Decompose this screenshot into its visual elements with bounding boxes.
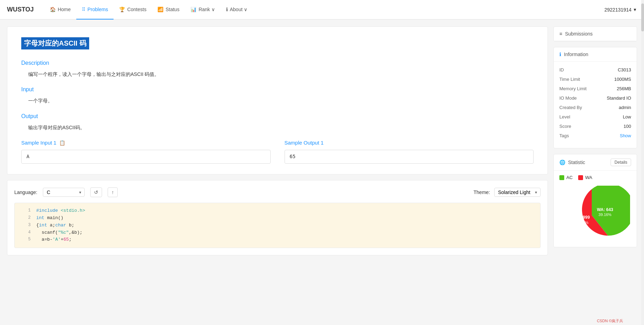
iomode-label: IO Mode	[559, 95, 577, 101]
statistic-header: 🌐 Statistic Details	[554, 154, 637, 171]
output-title: Output	[21, 113, 534, 119]
problem-card: 字母对应的ASCII 码 Description 编写一个程序，读入一个字母，输…	[7, 26, 548, 175]
copy-input-icon[interactable]: 📋	[59, 140, 65, 146]
sample-output-box: 65	[285, 150, 534, 164]
statistic-title: 🌐 Statistic	[559, 160, 585, 165]
information-body: ID C3013 Time Limit 1000MS Memory Limit …	[554, 62, 637, 148]
upload-button[interactable]: ↑	[108, 187, 118, 197]
scrollbar-thumb[interactable]	[641, 3, 644, 31]
nav-item-problems[interactable]: ⠿ Problems	[76, 0, 114, 20]
sample-input-box: A	[21, 150, 271, 164]
rank-icon: 📊	[191, 7, 196, 12]
info-row-memorylimit: Memory Limit 256MB	[559, 86, 631, 91]
sample-input-block: Sample Input 1 📋 A	[21, 140, 271, 164]
info-row-tags: Tags Show	[559, 133, 631, 138]
editor-toolbar: Language: C C++ Java Python3 ↺ ↑ Them	[14, 187, 541, 197]
sample-output-label: Sample Output 1	[285, 140, 324, 146]
timelimit-value: 1000MS	[614, 77, 631, 82]
tags-label: Tags	[559, 133, 569, 138]
memorylimit-label: Memory Limit	[559, 86, 587, 91]
code-line-1: 1 #include <stdio.h>	[15, 207, 540, 215]
info-row-createdby: Created By admin	[559, 105, 631, 110]
ac-label-text: AC: 999	[574, 215, 590, 220]
problem-title: 字母对应的ASCII 码	[21, 37, 89, 49]
info-row-timelimit: Time Limit 1000MS	[559, 77, 631, 82]
home-icon: 🏠	[50, 7, 56, 12]
level-value: Low	[623, 114, 631, 119]
code-line-4: 4 scanf("%c",&b);	[15, 229, 540, 237]
information-header: ℹ Information	[554, 47, 637, 62]
information-icon: ℹ	[559, 52, 561, 57]
page-body: 字母对应的ASCII 码 Description 编写一个程序，读入一个字母，输…	[0, 20, 644, 262]
username: 2922131914	[604, 7, 631, 13]
wa-label-text: WA: 643	[597, 207, 613, 212]
ac-legend-label: AC	[566, 175, 573, 180]
sample-row: Sample Input 1 📋 A Sample Output 1 65	[21, 140, 534, 164]
nav-menu: 🏠 Home ⠿ Problems 🏆 Contests 📶 Status 📊 …	[44, 0, 605, 20]
details-button[interactable]: Details	[611, 158, 631, 166]
user-dropdown-arrow: ▼	[633, 7, 637, 12]
theme-select-wrapper: Solarized Light Default Monokai	[494, 188, 541, 197]
information-card: ℹ Information ID C3013 Time Limit 1000MS…	[553, 47, 637, 148]
theme-label: Theme:	[474, 189, 490, 195]
reset-button[interactable]: ↺	[90, 187, 102, 197]
description-title: Description	[21, 60, 534, 66]
code-line-5: 5 a=b-'A'+65;	[15, 236, 540, 243]
upload-icon: ↑	[111, 189, 114, 195]
nav-item-home[interactable]: 🏠 Home	[44, 0, 76, 20]
pie-chart: AC: 999 60.84% WA: 643 39.16%	[560, 186, 630, 241]
createdby-value: admin	[619, 105, 631, 110]
navbar: WUSTOJ 🏠 Home ⠿ Problems 🏆 Contests 📶 St…	[0, 0, 644, 20]
input-title: Input	[21, 86, 534, 93]
nav-item-about[interactable]: ℹ About ∨	[220, 0, 253, 20]
legend-ac: AC	[559, 175, 573, 180]
submissions-header: ≡ Submissions	[554, 27, 637, 41]
info-row-id: ID C3013	[559, 67, 631, 72]
id-label: ID	[559, 67, 564, 72]
contests-icon: 🏆	[119, 7, 125, 12]
ac-percent-text: 60.84%	[575, 220, 589, 225]
ac-color-box	[559, 175, 564, 180]
status-icon: 📶	[157, 7, 163, 12]
reset-icon: ↺	[94, 189, 98, 195]
tags-value[interactable]: Show	[620, 133, 631, 138]
main-content: 字母对应的ASCII 码 Description 编写一个程序，读入一个字母，输…	[7, 26, 548, 255]
legend: AC WA	[554, 171, 637, 180]
scrollbar-track[interactable]	[641, 0, 644, 262]
problems-icon: ⠿	[82, 7, 85, 12]
language-select-wrapper: C C++ Java Python3	[43, 188, 85, 197]
information-label: Information	[564, 52, 588, 57]
submissions-label: Submissions	[565, 31, 592, 37]
nav-item-contests[interactable]: 🏆 Contests	[114, 0, 152, 20]
sample-output-header: Sample Output 1	[285, 140, 534, 146]
code-line-2: 2 int main()	[15, 215, 540, 222]
sample-output-block: Sample Output 1 65	[285, 140, 534, 164]
nav-item-status[interactable]: 📶 Status	[152, 0, 185, 20]
legend-wa: WA	[578, 175, 592, 180]
language-select[interactable]: C C++ Java Python3	[43, 188, 85, 197]
info-row-level: Level Low	[559, 114, 631, 119]
id-value: C3013	[618, 67, 631, 72]
nav-item-rank[interactable]: 📊 Rank ∨	[185, 0, 220, 20]
input-content: 一个字母。	[28, 97, 534, 105]
sidebar: ≡ Submissions ℹ Information ID C3013 Tim…	[553, 26, 637, 255]
theme-section: Theme: Solarized Light Default Monokai	[474, 188, 541, 197]
editor-card: Language: C C++ Java Python3 ↺ ↑ Them	[7, 180, 548, 255]
description-content: 编写一个程序，读入一个字母，输出与之对应的ASCII 码值。	[28, 70, 534, 78]
brand: WUSTOJ	[7, 6, 34, 13]
statistic-icon: 🌐	[559, 160, 565, 165]
level-label: Level	[559, 114, 570, 119]
user-menu[interactable]: 2922131914 ▼	[604, 7, 637, 13]
statistic-card: 🌐 Statistic Details AC WA	[553, 154, 637, 247]
info-row-iomode: IO Mode Standard IO	[559, 95, 631, 101]
theme-select[interactable]: Solarized Light Default Monokai	[494, 188, 541, 197]
score-value: 100	[623, 124, 631, 129]
about-icon: ℹ	[226, 7, 228, 12]
info-row-score: Score 100	[559, 124, 631, 129]
wa-color-box	[578, 175, 583, 180]
code-editor[interactable]: 1 #include <stdio.h> 2 int main() 3 {int…	[14, 203, 541, 248]
pie-container: AC: 999 60.84% WA: 643 39.16%	[554, 180, 637, 247]
memorylimit-value: 256MB	[617, 86, 631, 91]
code-line-3: 3 {int a;char b;	[15, 222, 540, 229]
sample-input-header: Sample Input 1 📋	[21, 140, 271, 146]
